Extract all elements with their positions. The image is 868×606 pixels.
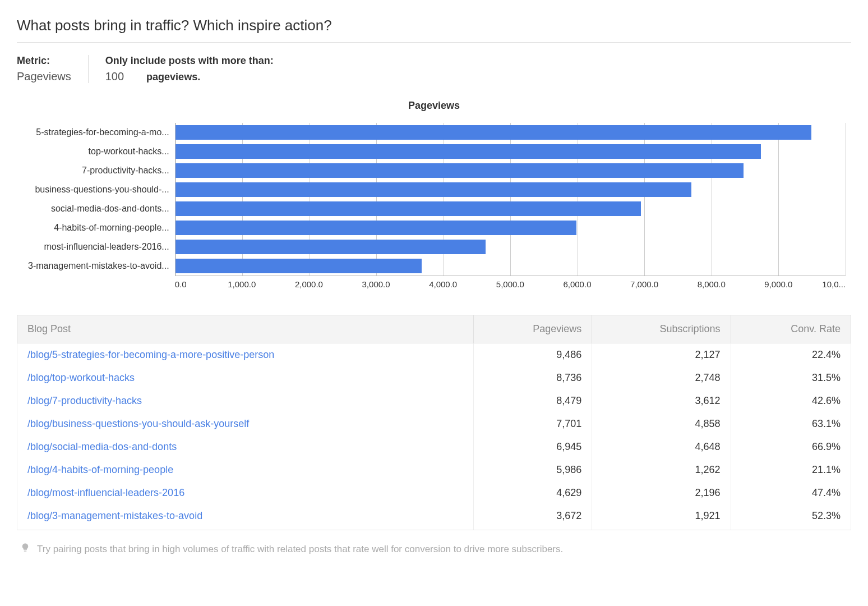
pageviews-cell: 9,486 [473, 343, 592, 367]
metric-value[interactable]: Pageviews [17, 70, 71, 83]
blog-posts-table: Blog Post Pageviews Subscriptions Conv. … [17, 315, 851, 530]
metric-label: Metric: [17, 55, 71, 67]
filter-value[interactable]: 100 [105, 70, 124, 83]
filter-control: Only include posts with more than: 100 p… [88, 55, 290, 83]
bar-row [176, 180, 846, 199]
pageviews-cell: 8,736 [473, 366, 592, 389]
x-tick: 7,000.0 [630, 279, 658, 289]
blog-post-link[interactable]: /blog/3-management-mistakes-to-avoid [17, 504, 474, 530]
controls-bar: Metric: Pageviews Only include posts wit… [17, 53, 851, 94]
table-row: /blog/4-habits-of-morning-people5,9861,2… [17, 458, 851, 481]
table-row: /blog/business-questions-you-should-ask-… [17, 412, 851, 435]
x-tick: 2,000.0 [295, 279, 323, 289]
bar[interactable] [176, 221, 577, 235]
col-conv-rate[interactable]: Conv. Rate [731, 315, 851, 343]
bar[interactable] [176, 182, 692, 197]
x-tick: 6,000.0 [563, 279, 591, 289]
y-label: 3-management-mistakes-to-avoid... [28, 256, 169, 276]
filter-label: Only include posts with more than: [105, 55, 274, 67]
blog-post-link[interactable]: /blog/4-habits-of-morning-people [17, 458, 474, 481]
blog-post-link[interactable]: /blog/business-questions-you-should-ask-… [17, 412, 474, 435]
y-label: 5-strategies-for-becoming-a-mo... [36, 123, 169, 142]
bar-row [176, 256, 846, 276]
pageviews-cell: 5,986 [473, 458, 592, 481]
bar-row [176, 218, 846, 237]
bar-row [176, 142, 846, 161]
y-label: 4-habits-of-morning-people... [54, 218, 169, 237]
subscriptions-cell: 4,648 [592, 435, 731, 458]
x-tick: 1,000.0 [228, 279, 256, 289]
x-tick: 4,000.0 [429, 279, 457, 289]
bar[interactable] [176, 201, 641, 216]
tip-message: Try pairing posts that bring in high vol… [17, 543, 851, 556]
subscriptions-cell: 3,612 [592, 389, 731, 412]
conv-rate-cell: 66.9% [731, 435, 851, 458]
blog-post-link[interactable]: /blog/7-productivity-hacks [17, 389, 474, 412]
bar[interactable] [176, 163, 744, 178]
pageviews-chart: 5-strategies-for-becoming-a-mo...top-wor… [17, 123, 851, 292]
y-label: most-influencial-leaders-2016... [44, 237, 169, 256]
blog-post-link[interactable]: /blog/social-media-dos-and-donts [17, 435, 474, 458]
table-row: /blog/7-productivity-hacks8,4793,61242.6… [17, 389, 851, 412]
table-row: /blog/3-management-mistakes-to-avoid3,67… [17, 504, 851, 530]
col-subscriptions[interactable]: Subscriptions [592, 315, 731, 343]
pageviews-cell: 6,945 [473, 435, 592, 458]
pageviews-cell: 8,479 [473, 389, 592, 412]
conv-rate-cell: 21.1% [731, 458, 851, 481]
bar-row [176, 237, 846, 256]
blog-post-link[interactable]: /blog/5-strategies-for-becoming-a-more-p… [17, 343, 474, 367]
pageviews-cell: 3,672 [473, 504, 592, 530]
bar-row [176, 199, 846, 218]
page-title: What posts bring in traffic? Which inspi… [17, 17, 851, 43]
col-pageviews[interactable]: Pageviews [473, 315, 592, 343]
bar[interactable] [176, 125, 811, 140]
conv-rate-cell: 31.5% [731, 366, 851, 389]
x-tick: 5,000.0 [496, 279, 524, 289]
conv-rate-cell: 42.6% [731, 389, 851, 412]
y-label: social-media-dos-and-donts... [51, 199, 169, 218]
filter-suffix: pageviews. [146, 71, 200, 83]
y-label: business-questions-you-should-... [35, 180, 169, 199]
bar-row [176, 123, 846, 142]
conv-rate-cell: 63.1% [731, 412, 851, 435]
subscriptions-cell: 1,921 [592, 504, 731, 530]
table-row: /blog/5-strategies-for-becoming-a-more-p… [17, 343, 851, 367]
subscriptions-cell: 4,858 [592, 412, 731, 435]
bar-row [176, 161, 846, 180]
subscriptions-cell: 1,262 [592, 458, 731, 481]
x-tick: 9,000.0 [764, 279, 792, 289]
pageviews-cell: 7,701 [473, 412, 592, 435]
bar[interactable] [176, 240, 486, 254]
y-label: top-workout-hacks... [89, 142, 169, 161]
pageviews-cell: 4,629 [473, 481, 592, 504]
blog-post-link[interactable]: /blog/most-influencial-leaders-2016 [17, 481, 474, 504]
conv-rate-cell: 52.3% [731, 504, 851, 530]
conv-rate-cell: 22.4% [731, 343, 851, 367]
table-row: /blog/most-influencial-leaders-20164,629… [17, 481, 851, 504]
x-tick: 10,0... [822, 279, 846, 289]
x-tick: 0.0 [175, 279, 187, 289]
y-label: 7-productivity-hacks... [82, 161, 169, 180]
metric-control[interactable]: Metric: Pageviews [17, 55, 88, 83]
blog-post-link[interactable]: /blog/top-workout-hacks [17, 366, 474, 389]
table-row: /blog/social-media-dos-and-donts6,9454,6… [17, 435, 851, 458]
subscriptions-cell: 2,196 [592, 481, 731, 504]
col-blog-post[interactable]: Blog Post [17, 315, 474, 343]
conv-rate-cell: 47.4% [731, 481, 851, 504]
lightbulb-icon [20, 543, 30, 556]
chart-title: Pageviews [17, 100, 851, 112]
bar[interactable] [176, 259, 422, 273]
x-tick: 3,000.0 [362, 279, 390, 289]
subscriptions-cell: 2,748 [592, 366, 731, 389]
tip-text: Try pairing posts that bring in high vol… [37, 544, 563, 555]
subscriptions-cell: 2,127 [592, 343, 731, 367]
bar[interactable] [176, 144, 761, 159]
table-row: /blog/top-workout-hacks8,7362,74831.5% [17, 366, 851, 389]
x-tick: 8,000.0 [698, 279, 726, 289]
